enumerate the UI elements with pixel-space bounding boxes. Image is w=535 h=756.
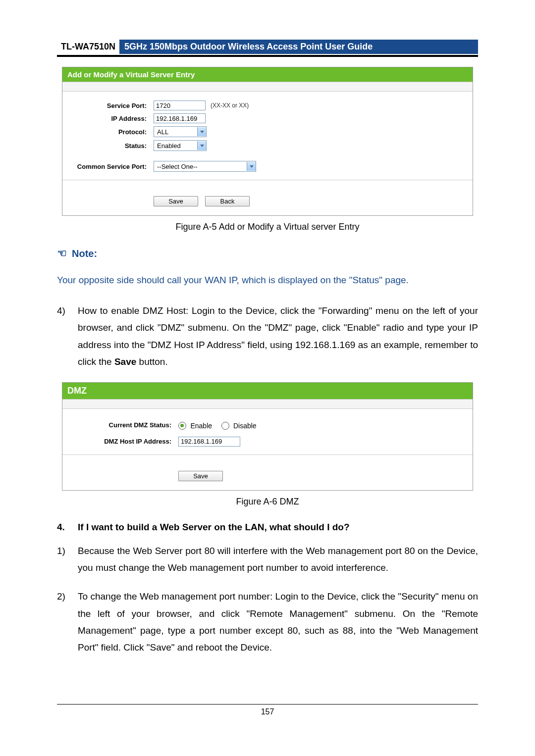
service-port-input[interactable] — [154, 101, 206, 110]
save-button[interactable]: Save — [178, 471, 223, 481]
panel-title: Add or Modify a Virtual Server Entry — [62, 67, 473, 82]
answer-2: 2) To change the Web management port num… — [57, 588, 478, 656]
protocol-select[interactable]: ALL — [154, 126, 207, 137]
panel-subbar — [62, 82, 473, 92]
save-button[interactable]: Save — [154, 196, 198, 206]
answer-2-number: 2) — [57, 588, 78, 656]
dmz-panel: DMZ Current DMZ Status: Enable Disable D… — [62, 382, 473, 491]
chevron-down-icon — [197, 141, 206, 150]
ip-address-input[interactable] — [154, 113, 206, 123]
service-port-hint: (XX-XX or XX) — [211, 102, 249, 109]
answer-1: 1) Because the Web Server port 80 will i… — [57, 543, 478, 576]
disable-radio-label: Disable — [233, 422, 257, 430]
dmz-status-label: Current DMZ Status: — [67, 421, 178, 429]
question-4-text: If I want to build a Web Server on the L… — [78, 522, 350, 533]
protocol-value: ALL — [154, 128, 197, 136]
dmz-ip-input[interactable] — [178, 437, 240, 447]
step-4-text-b: button. — [136, 356, 167, 367]
panel-subbar — [62, 399, 473, 409]
dmz-ip-label: DMZ Host IP Address: — [67, 438, 178, 445]
answer-1-number: 1) — [57, 543, 78, 576]
figure-caption-a6: Figure A-6 DMZ — [57, 497, 478, 507]
enable-radio-label: Enable — [190, 422, 212, 430]
status-label: Status: — [67, 142, 154, 150]
note-heading: ☞ Note: — [57, 247, 478, 260]
panel-title: DMZ — [62, 383, 473, 399]
chevron-down-icon — [247, 162, 256, 171]
page-footer: 157 — [57, 704, 478, 716]
back-button[interactable]: Back — [205, 196, 250, 206]
model-badge: TL-WA7510N — [57, 40, 119, 54]
service-port-label: Service Port: — [67, 102, 154, 109]
note-label: Note: — [72, 248, 97, 259]
page-header: TL-WA7510N 5GHz 150Mbps Outdoor Wireless… — [57, 40, 478, 57]
status-select[interactable]: Enabled — [154, 140, 207, 151]
common-service-value: --Select One-- — [154, 163, 247, 170]
answer-2-text: To change the Web management port number… — [78, 588, 478, 656]
common-service-label: Common Service Port: — [67, 163, 154, 170]
chevron-down-icon — [197, 127, 206, 136]
question-4-number: 4. — [57, 522, 78, 533]
page-number: 157 — [261, 707, 274, 716]
common-service-select[interactable]: --Select One-- — [154, 161, 256, 172]
question-4-heading: 4. If I want to build a Web Server on th… — [57, 522, 478, 533]
protocol-label: Protocol: — [67, 128, 154, 136]
status-value: Enabled — [154, 142, 197, 150]
step-4-number: 4) — [57, 302, 78, 370]
ip-address-label: IP Address: — [67, 115, 154, 122]
pointing-hand-icon: ☞ — [57, 247, 67, 260]
enable-radio[interactable] — [178, 422, 186, 430]
virtual-server-panel: Add or Modify a Virtual Server Entry Ser… — [62, 67, 473, 216]
guide-title: 5GHz 150Mbps Outdoor Wireless Access Poi… — [119, 40, 478, 54]
answer-1-text: Because the Web Server port 80 will inte… — [78, 543, 478, 576]
figure-caption-a5: Figure A-5 Add or Modify a Virtual serve… — [57, 222, 478, 232]
step-4-save-word: Save — [114, 356, 136, 367]
note-text: Your opposite side should call your WAN … — [57, 272, 478, 289]
disable-radio[interactable] — [221, 422, 229, 430]
step-4: 4) How to enable DMZ Host: Login to the … — [57, 302, 478, 370]
